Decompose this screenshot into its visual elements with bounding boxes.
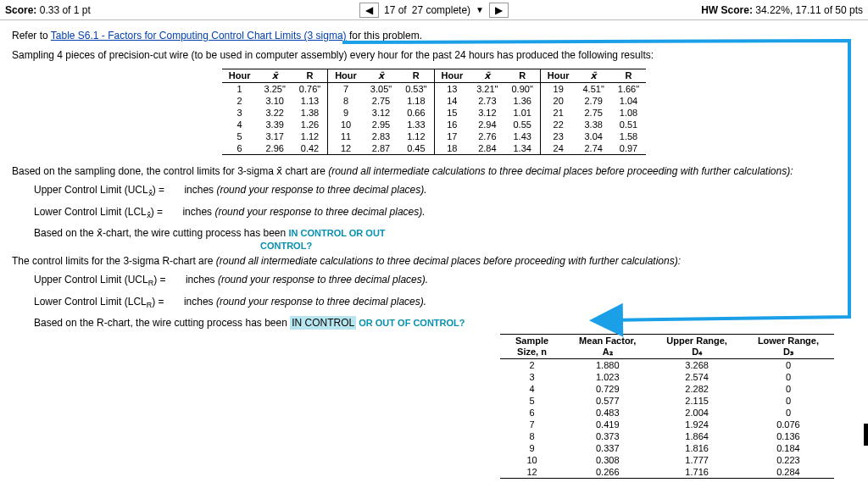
based-x-text: Based on the x̄-chart, the wire cutting … (34, 227, 289, 239)
lcl-r-in: inches (184, 296, 216, 308)
sampling-line: Sampling 4 pieces of precision-cut wire … (12, 48, 856, 63)
nav-center: ◀ 17 of 27 complete) ▼ ▶ (359, 3, 509, 18)
based-r-text: Based on the R-chart, the wire cutting p… (34, 317, 290, 329)
ucl-x-line: Upper Control Limit (UCLx̄) = inches (ro… (12, 182, 856, 200)
refer-text: Refer to (12, 30, 51, 42)
next-button[interactable]: ▶ (489, 3, 509, 18)
based-xbar-ital: (round all intermediate calculations to … (328, 165, 793, 177)
ucl-x-in: inches (184, 184, 216, 196)
ucl-r-label: Upper Control Limit (UCL (34, 274, 148, 286)
lcl-r-round: (round your response to three decimal pl… (216, 296, 426, 308)
nav-current: 17 of (384, 4, 407, 16)
lcl-x-in: inches (182, 206, 214, 218)
lcl-x-eq: ) = (151, 206, 166, 218)
table-row: 90.3371.8160.184 (500, 442, 834, 454)
ucl-r-round: (round your response to three decimal pl… (218, 274, 428, 286)
lcl-r-label: Lower Control Limit (LCL (34, 296, 147, 308)
lcl-x-line: Lower Control Limit (LCLx̄) = inches (ro… (12, 204, 856, 222)
content: Refer to Table S6.1 - Factors for Comput… (0, 20, 868, 330)
scroll-thumb[interactable] (864, 424, 868, 446)
fh-d4: Upper Range,D₄ (651, 335, 743, 359)
dropdown-icon[interactable]: ▼ (476, 5, 484, 14)
table-row: 23.101.1382.751.18142.731.36202.791.04 (222, 95, 646, 107)
lcl-x-label: Lower Control Limit (LCL (34, 206, 147, 218)
rlim-text: The control limits for the 3-sigma R-cha… (12, 255, 216, 267)
ucl-x-eq: ) = (153, 184, 168, 196)
lcl-r-line: Lower Control Limit (LCLR) = inches (rou… (12, 294, 856, 312)
rchart-answer-a[interactable]: IN CONTROL (290, 316, 356, 330)
table-link[interactable]: Table S6.1 - Factors for Computing Contr… (51, 30, 347, 42)
table-row: 100.3081.7770.223 (500, 454, 834, 466)
r-limits: The control limits for the 3-sigma R-cha… (12, 253, 856, 269)
ucl-r-eq: ) = (153, 274, 169, 286)
table-row: 21.8803.2680 (500, 359, 834, 372)
table-row: 80.3731.8640.136 (500, 430, 834, 442)
score-label: Score: (5, 4, 36, 16)
table-row: 60.4832.0040 (500, 407, 834, 419)
ucl-x-round: (round your response to three decimal pl… (216, 184, 426, 196)
refer-end: for this problem. (347, 30, 422, 42)
hw-value: 34.22%, 17.11 of 50 pts (755, 4, 863, 16)
score: Score: 0.33 of 1 pt (5, 4, 91, 16)
table-row: 40.7292.2820 (500, 383, 834, 395)
xchart-answer-b[interactable]: CONTROL? (260, 239, 312, 253)
table-row: 120.2661.7160.284 (500, 466, 834, 479)
based-xbar: Based on the sampling done, the control … (12, 164, 856, 180)
table-row: 31.0232.5740 (500, 371, 834, 383)
lcl-r-eq: ) = (152, 296, 167, 308)
table-row: 53.171.12112.831.12172.761.43233.041.58 (222, 130, 646, 142)
rchart-q: Based on the R-chart, the wire cutting p… (12, 315, 856, 331)
based-xbar-text: Based on the sampling done, the control … (12, 165, 328, 177)
nav-total: 27 complete) (412, 4, 470, 16)
fh-a2: Mean Factor,A₂ (564, 335, 651, 359)
score-value: 0.33 of 1 pt (40, 4, 91, 16)
lcl-x-round: (round your response to three decimal pl… (214, 206, 425, 218)
ucl-r-in: inches (186, 274, 218, 286)
table-row: 13.25"0.76"73.05"0.53"133.21"0.90"194.51… (222, 82, 646, 95)
refer-line: Refer to Table S6.1 - Factors for Comput… (12, 29, 856, 43)
xchart-answer-a[interactable]: IN CONTROL OR OUT (289, 228, 386, 238)
fh-n: SampleSize, n (500, 335, 564, 359)
table-row: 70.4191.9240.076 (500, 419, 834, 430)
ucl-x-label: Upper Control Limit (UCL (34, 184, 148, 196)
fh-d3: Lower Range,D₃ (743, 335, 834, 359)
hw-label: HW Score: (701, 4, 753, 16)
toolbar: Score: 0.33 of 1 pt ◀ 17 of 27 complete)… (0, 0, 868, 20)
xchart-q: Based on the x̄-chart, the wire cutting … (12, 225, 856, 241)
table-row: 43.391.26102.951.33162.940.55223.380.51 (222, 119, 646, 130)
hw-score: HW Score: 34.22%, 17.11 of 50 pts (701, 4, 863, 16)
ucl-r-line: Upper Control Limit (UCLR) = inches (rou… (12, 272, 856, 290)
prev-button[interactable]: ◀ (359, 3, 379, 18)
rchart-answer-b[interactable]: OR OUT OF CONTROL? (356, 318, 465, 328)
factors-table: SampleSize, n Mean Factor,A₂ Upper Range… (500, 334, 834, 479)
table-row: 50.5772.1150 (500, 395, 834, 407)
data-table: Hourx̄RHourx̄RHourx̄RHourx̄R 13.25"0.76"… (222, 69, 646, 155)
table-row: 33.221.3893.120.66153.121.01212.751.08 (222, 107, 646, 119)
table-row: 62.960.42122.870.45182.841.34242.740.97 (222, 142, 646, 155)
rlim-ital: (round all intermediate calculations to … (216, 255, 681, 267)
